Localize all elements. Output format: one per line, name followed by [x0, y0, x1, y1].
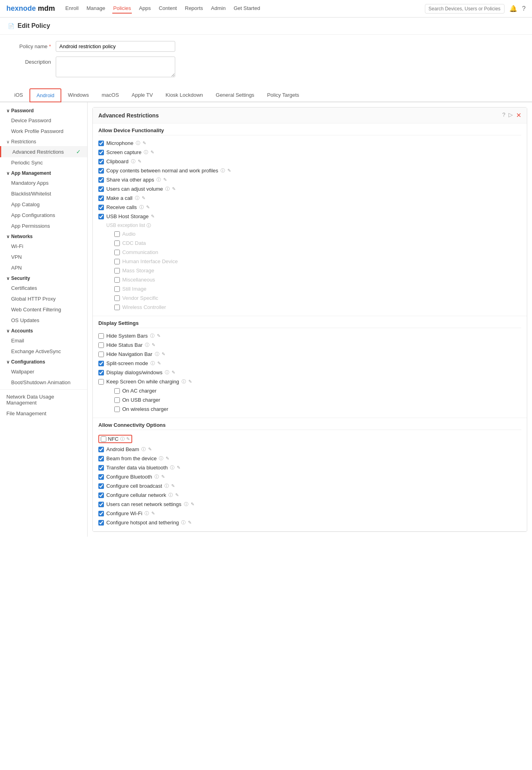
info-icon-users-reset-network[interactable]: ⓘ — [184, 501, 188, 507]
checkbox-configure-cellular-network-input[interactable] — [98, 492, 104, 498]
sidebar-item-vpn[interactable]: VPN — [0, 252, 87, 262]
info-icon-split-screen-mode[interactable]: ⓘ — [151, 360, 155, 366]
nav-content[interactable]: Content — [158, 4, 178, 14]
edit-icon-receive-calls[interactable]: ✎ — [146, 205, 150, 210]
help-icon[interactable]: ? — [522, 5, 526, 12]
sidebar-group-password[interactable]: Password — [0, 106, 87, 115]
info-icon-configure-wifi[interactable]: ⓘ — [145, 510, 149, 516]
info-icon-display-dialogs-windows[interactable]: ⓘ — [165, 369, 169, 375]
sidebar-item-boot-shutdown-animation[interactable]: Boot/Shutdown Animation — [0, 377, 87, 388]
edit-icon-hide-navigation-bar[interactable]: ✎ — [162, 352, 165, 357]
sidebar-item-mandatory-apps[interactable]: Mandatory Apps — [0, 178, 87, 188]
info-icon-configure-bluetooth[interactable]: ⓘ — [155, 474, 159, 480]
checkbox-android-beam-input[interactable] — [98, 447, 104, 452]
checkbox-copy-contents-input[interactable] — [98, 168, 104, 174]
checkbox-users-reset-network-input[interactable] — [98, 502, 104, 507]
search-input[interactable] — [425, 4, 505, 14]
info-icon-android-beam[interactable]: ⓘ — [141, 446, 146, 452]
info-icon-hide-system-bars[interactable]: ⓘ — [150, 333, 155, 339]
bell-icon[interactable]: 🔔 — [509, 5, 517, 12]
sidebar-item-app-catalog[interactable]: App Catalog — [0, 199, 87, 210]
sidebar-group-security[interactable]: Security — [0, 273, 87, 283]
edit-icon-clipboard[interactable]: ✎ — [138, 159, 141, 164]
edit-icon-keep-screen-on[interactable]: ✎ — [188, 379, 192, 384]
checkbox-keep-screen-on-input[interactable] — [98, 379, 104, 385]
tab-windows[interactable]: Windows — [61, 88, 95, 102]
info-icon-make-a-call[interactable]: ⓘ — [135, 195, 139, 201]
info-icon-screen-capture[interactable]: ⓘ — [144, 149, 148, 155]
info-icon-copy-contents[interactable]: ⓘ — [221, 168, 225, 174]
sidebar-item-app-configurations[interactable]: App Configurations — [0, 210, 87, 221]
checkbox-still-image-input[interactable] — [114, 286, 120, 292]
sidebar-item-device-password[interactable]: Device Password — [0, 115, 87, 126]
checkbox-display-dialogs-windows-input[interactable] — [98, 370, 104, 375]
info-icon-microphone[interactable]: ⓘ — [136, 140, 140, 146]
checkbox-configure-hotspot-tethering-input[interactable] — [98, 520, 104, 526]
checkbox-human-interface-device-input[interactable] — [114, 259, 120, 264]
sidebar-item-global-http-proxy[interactable]: Global HTTP Proxy — [0, 293, 87, 304]
sidebar-item-advanced-restrictions[interactable]: Advanced Restrictions ✓ — [0, 146, 87, 157]
checkbox-wireless-controller-input[interactable] — [114, 305, 120, 310]
info-icon-configure-cellular-network[interactable]: ⓘ — [168, 492, 173, 498]
sidebar-item-os-updates[interactable]: OS Updates — [0, 315, 87, 326]
nav-admin[interactable]: Admin — [210, 4, 227, 14]
tab-kiosk-lockdown[interactable]: Kiosk Lockdown — [159, 88, 209, 102]
checkbox-vendor-specific-input[interactable] — [114, 295, 120, 301]
tab-apple-tv[interactable]: Apple TV — [125, 88, 159, 102]
info-icon-nfc[interactable]: ⓘ — [120, 436, 125, 442]
edit-icon-configure-cellular-network[interactable]: ✎ — [175, 492, 179, 498]
nav-reports[interactable]: Reports — [184, 4, 204, 14]
info-icon-configure-hotspot-tethering[interactable]: ⓘ — [181, 520, 186, 526]
sidebar-item-certificates[interactable]: Certificates — [0, 283, 87, 293]
checkbox-hide-navigation-bar-input[interactable] — [98, 352, 104, 357]
edit-icon-hide-system-bars[interactable]: ✎ — [157, 333, 160, 338]
edit-icon-configure-bluetooth[interactable]: ✎ — [161, 474, 165, 479]
sidebar-item-periodic-sync[interactable]: Periodic Sync — [0, 157, 87, 168]
sidebar-item-network-data-usage[interactable]: Network Data Usage Management — [0, 391, 87, 408]
checkbox-communication-input[interactable] — [114, 250, 120, 255]
sidebar-item-apn[interactable]: APN — [0, 262, 87, 273]
checkbox-miscellaneous-input[interactable] — [114, 277, 120, 283]
edit-icon-configure-wifi[interactable]: ✎ — [151, 511, 155, 516]
checkbox-on-wireless-charger-input[interactable] — [114, 406, 120, 412]
info-icon-share-via-other-apps[interactable]: ⓘ — [156, 177, 161, 183]
checkbox-clipboard-input[interactable] — [98, 159, 104, 164]
edit-icon-screen-capture[interactable]: ✎ — [151, 150, 154, 155]
nav-enroll[interactable]: Enroll — [65, 4, 79, 14]
checkbox-on-ac-charger-input[interactable] — [114, 388, 120, 394]
checkbox-beam-from-device-input[interactable] — [98, 456, 104, 461]
info-icon-receive-calls[interactable]: ⓘ — [139, 204, 144, 210]
description-input[interactable] — [56, 57, 175, 77]
sidebar-group-configurations[interactable]: Configurations — [0, 357, 87, 366]
sidebar-group-restrictions[interactable]: Restrictions — [0, 137, 87, 146]
sidebar-item-file-management[interactable]: File Management — [0, 408, 87, 419]
checkbox-hide-status-bar-input[interactable] — [98, 342, 104, 348]
sidebar-item-web-content-filtering[interactable]: Web Content Filtering — [0, 304, 87, 315]
nav-manage[interactable]: Manage — [86, 4, 106, 14]
sidebar-item-app-permissions[interactable]: App Permissions — [0, 221, 87, 231]
edit-icon-users-reset-network[interactable]: ✎ — [191, 502, 194, 507]
checkbox-on-usb-charger-input[interactable] — [114, 397, 120, 403]
sidebar-item-wifi[interactable]: Wi-Fi — [0, 241, 87, 252]
checkbox-nfc-input[interactable] — [101, 436, 106, 442]
checkbox-transfer-data-bluetooth-input[interactable] — [98, 465, 104, 471]
edit-icon-nfc[interactable]: ✎ — [126, 436, 130, 442]
edit-icon-display-dialogs-windows[interactable]: ✎ — [172, 370, 175, 375]
info-icon-beam-from-device[interactable]: ⓘ — [159, 455, 163, 461]
info-icon-usb-exception[interactable]: ⓘ — [147, 223, 151, 228]
edit-icon-beam-from-device[interactable]: ✎ — [166, 456, 169, 461]
sidebar-item-email[interactable]: Email — [0, 335, 87, 346]
edit-icon-hide-status-bar[interactable]: ✎ — [152, 342, 155, 348]
checkbox-screen-capture-input[interactable] — [98, 150, 104, 155]
tab-macos[interactable]: macOS — [95, 88, 125, 102]
edit-icon-transfer-data-bluetooth[interactable]: ✎ — [177, 465, 180, 470]
tab-android[interactable]: Android — [29, 88, 62, 102]
edit-icon-configure-hotspot-tethering[interactable]: ✎ — [188, 520, 192, 525]
edit-icon-share-via-other-apps[interactable]: ✎ — [163, 177, 167, 182]
nav-apps[interactable]: Apps — [138, 4, 152, 14]
edit-icon-users-adjust-volume[interactable]: ✎ — [172, 186, 176, 192]
checkbox-configure-bluetooth-input[interactable] — [98, 474, 104, 480]
checkbox-microphone-input[interactable] — [98, 141, 104, 146]
checkbox-share-via-other-apps-input[interactable] — [98, 177, 104, 183]
edit-icon-configure-cell-broadcast[interactable]: ✎ — [171, 483, 175, 489]
